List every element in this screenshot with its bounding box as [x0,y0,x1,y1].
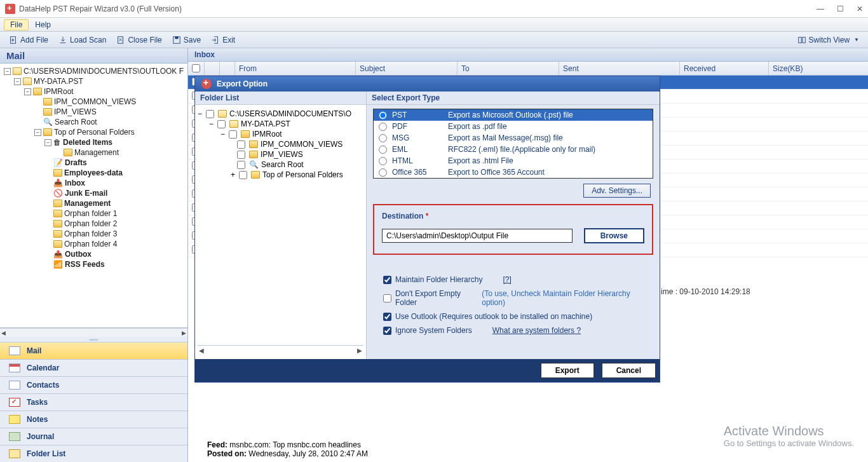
tree-views[interactable]: IPM_VIEWS [54,107,97,116]
dlg-chk-mydata[interactable] [217,120,226,128]
help-link[interactable]: [?] [503,275,511,284]
dlg-tree-mydata[interactable]: MY-DATA.PST [241,119,290,128]
tree-mydata[interactable]: MY-DATA.PST [34,77,83,86]
dlg-tree-cv[interactable]: IPM_COMMON_VIEWS [261,140,342,149]
save-button[interactable]: Save [167,34,206,46]
nav-calendar[interactable]: Calendar [0,359,187,376]
col-size[interactable]: Size(KB) [769,62,868,75]
dlg-tree-sr[interactable]: Search Root [261,160,304,169]
junk-icon: 🚫 [53,189,63,198]
menubar: File Help [0,18,868,32]
folder-icon [43,128,52,136]
tree-root[interactable]: C:\USERS\ADMIN\DOCUMENTS\OUTLOOK F [24,67,184,76]
export-radio[interactable] [379,146,387,154]
dlg-chk-views[interactable] [237,151,245,159]
dlg-chk-cv[interactable] [237,140,245,149]
nav-mail[interactable]: Mail [0,342,187,359]
tree-mgmt-sub[interactable]: Management [74,148,119,157]
export-radio[interactable] [379,157,387,165]
notes-icon [9,415,20,424]
tree-junk[interactable]: Junk E-mail [65,189,107,198]
dont-export-empty-checkbox[interactable] [383,294,391,302]
export-type-msg[interactable]: MSGExport as Mail Message(.msg) file [374,132,653,144]
nav-journal[interactable]: Journal [0,428,187,445]
tree-management[interactable]: Management [64,199,111,208]
maintain-hierarchy-checkbox[interactable] [383,276,391,284]
maintain-hierarchy-label: Maintain Folder Hierarchy [395,275,482,284]
export-type-pdf[interactable]: PDFExport as .pdf file [374,121,653,132]
use-outlook-checkbox[interactable] [383,313,391,321]
tree-inbox[interactable]: Inbox [65,179,85,187]
tree-orphan2[interactable]: Orphan folder 2 [64,219,117,228]
ignore-system-label: Ignore System Folders [395,326,472,335]
tree-orphan3[interactable]: Orphan folder 3 [64,229,117,238]
export-radio[interactable] [379,123,387,131]
add-file-button[interactable]: Add File [4,34,53,46]
dlg-chk-top[interactable] [239,171,247,179]
col-to[interactable]: To [458,62,559,75]
tree-employees[interactable]: Employees-data [64,168,123,177]
tree-search-root[interactable]: Search Root [55,118,97,126]
col-sent[interactable]: Sent [559,62,680,75]
detail-time: ime : 09-10-2010 14:29:18 [661,287,750,296]
dlg-chk-root[interactable] [206,110,214,118]
tree-top[interactable]: Top of Personal Folders [54,128,135,137]
dlg-tree-top[interactable]: Top of Personal Folders [262,170,343,179]
what-system-link[interactable]: What are system folders ? [492,326,581,335]
dlg-tree-root[interactable]: C:\USERS\ADMIN\DOCUMENTS\O [229,109,351,118]
cancel-button[interactable]: Cancel [602,363,656,378]
nav-tasks[interactable]: Tasks [0,393,187,411]
tree-outbox[interactable]: Outbox [65,250,92,259]
tree-orphan4[interactable]: Orphan folder 4 [64,240,117,248]
close-button[interactable]: ✕ [857,4,863,13]
window-title: DataHelp PST Repair Wizard v3.0 (Full Ve… [19,4,817,13]
col-subject[interactable]: Subject [356,62,458,75]
adv-settings-button[interactable]: Adv. Settings... [583,184,651,198]
dlg-tree-views[interactable]: IPM_VIEWS [261,150,303,159]
close-file-button[interactable]: Close File [111,34,166,46]
folder-icon [249,151,258,158]
dlg-tree-ipmroot[interactable]: IPMRoot [252,130,282,139]
export-type-pst[interactable]: PSTExport as Microsoft Outlook (.pst) fi… [374,109,653,121]
pst-icon [229,120,238,128]
folder-list-icon [9,449,20,458]
export-type-office-365[interactable]: Office 365Export to Office 365 Account [374,166,653,178]
dlg-chk-sr[interactable] [237,161,245,169]
menu-help[interactable]: Help [29,19,57,31]
nav-folder-list[interactable]: Folder List [0,445,187,462]
tree-drafts[interactable]: Drafts [65,158,87,167]
menu-file[interactable]: File [4,19,29,31]
col-received[interactable]: Received [680,62,769,75]
dlg-scrollbar[interactable]: ◀▶ [198,345,363,355]
maximize-button[interactable]: ☐ [837,4,844,13]
load-scan-button[interactable]: Load Scan [53,34,111,46]
nav-contacts[interactable]: Contacts [0,376,187,393]
export-radio[interactable] [379,111,387,119]
switch-view-button[interactable]: Switch View▼ [792,34,864,46]
export-type-eml[interactable]: EMLRFC822 (.eml) file.(Applicable only f… [374,144,653,155]
tree-deleted[interactable]: Deleted Items [63,138,112,147]
export-type-html[interactable]: HTMLExport as .html File [374,155,653,166]
tree-scrollbar[interactable]: ◀▶ [0,328,187,337]
journal-icon [9,432,20,441]
folder-tree[interactable]: −C:\USERS\ADMIN\DOCUMENTS\OUTLOOK F −MY-… [0,64,187,328]
dlg-chk-ipmroot[interactable] [229,130,237,139]
nav-notes[interactable]: Notes [0,411,187,428]
ignore-system-checkbox[interactable] [383,327,391,335]
tree-orphan1[interactable]: Orphan folder 1 [64,209,117,218]
col-from[interactable]: From [235,62,356,75]
folder-icon [218,110,227,118]
tree-rss[interactable]: RSS Feeds [65,260,105,269]
minimize-button[interactable]: — [817,4,824,13]
tree-ipmroot[interactable]: IPMRoot [44,87,74,96]
export-radio[interactable] [379,134,387,142]
browse-button[interactable]: Browse [584,228,644,243]
exit-button[interactable]: Exit [206,34,240,46]
svg-rect-5 [802,37,804,43]
export-button[interactable]: Export [541,363,594,378]
destination-input[interactable] [382,229,573,243]
tree-common-views[interactable]: IPM_COMMON_VIEWS [54,97,136,106]
select-all-checkbox[interactable] [192,64,200,72]
save-icon [172,36,181,44]
export-radio[interactable] [379,168,387,177]
